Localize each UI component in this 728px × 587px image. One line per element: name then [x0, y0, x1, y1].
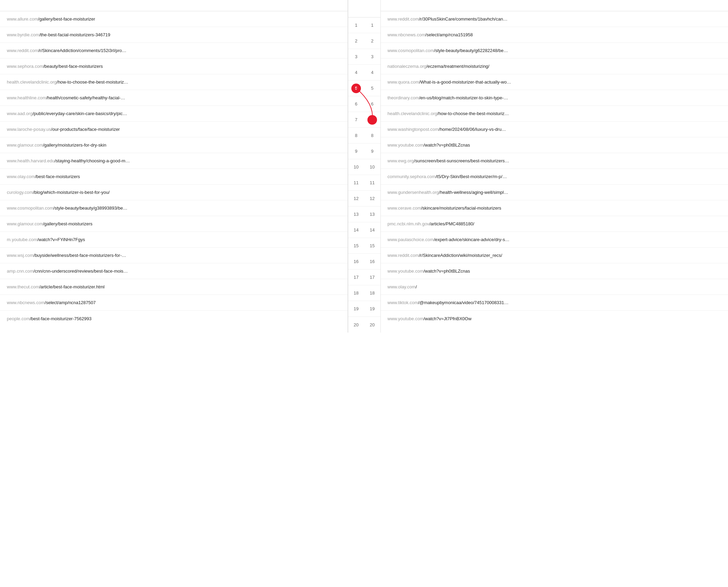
url-domain: pmc.ncbi.nlm.nih.gov: [388, 221, 429, 226]
url-cell: www.gundersenhealth.org/health-wellness/…: [381, 186, 728, 198]
url-domain: amp.cnn.com: [7, 268, 34, 274]
rank-pair: 88: [348, 128, 380, 143]
rank-pair: 1919: [348, 301, 380, 317]
list-item: www.reddit.com/r/SkincareAddiction/wiki/…: [381, 248, 728, 263]
url-path: /blog/which-moisturizer-is-best-for-you/: [33, 190, 110, 195]
url-path: /gallery/moisturizers-for-dry-skin: [43, 142, 106, 148]
url-cell: health.clevelandclinic.org/how-to-choose…: [381, 108, 728, 120]
url-cell: people.com/best-face-moisturizer-7562993: [0, 313, 348, 325]
rank-pair: 1010: [348, 159, 380, 175]
right-rank-number: 12: [364, 196, 380, 201]
url-cell: www.olay.com/best-face-moisturizers: [0, 171, 348, 183]
list-item: health.clevelandclinic.org/how-to-choose…: [381, 106, 728, 122]
url-cell: www.aad.org/public/everyday-care/skin-ca…: [0, 108, 348, 120]
url-cell: www.nbcnews.com/select/amp/rcna151958: [381, 29, 728, 41]
url-cell: www.allure.com/gallery/best-face-moistur…: [0, 13, 348, 25]
url-domain: curology.com: [7, 190, 33, 195]
url-cell: www.laroche-posay.us/our-products/face/f…: [0, 123, 348, 135]
url-path: /how-to-choose-the-best-moisturiz…: [437, 111, 509, 116]
url-cell: www.glamour.com/gallery/moisturizers-for…: [0, 139, 348, 151]
right-rows: www.reddit.com/r/30PlusSkinCare/comments…: [381, 11, 728, 326]
list-item: www.paulaschoice.com/expert-advice/skinc…: [381, 232, 728, 248]
rank-pair: 77: [348, 112, 380, 128]
url-domain: health.clevelandclinic.org: [7, 79, 57, 85]
right-rank-number: 18: [364, 290, 380, 296]
url-domain: community.sephora.com: [388, 174, 436, 179]
url-domain: www.reddit.com: [7, 48, 38, 53]
url-path: /article/best-face-moisturizer.html: [39, 284, 105, 289]
url-path: /cnn/cnn-underscored/reviews/best-face-m…: [34, 268, 128, 274]
rank-pair: 1616: [348, 254, 380, 270]
url-domain: www.laroche-posay.us: [7, 127, 51, 132]
url-domain: www.nbcnews.com: [388, 32, 426, 37]
list-item: curology.com/blog/which-moisturizer-is-b…: [0, 185, 348, 200]
left-rank-number: 1: [348, 23, 364, 28]
url-domain: www.cerave.com: [388, 205, 421, 211]
url-path: /best-face-moisturizer-7562993: [30, 316, 91, 321]
url-domain: www.aad.org: [7, 111, 33, 116]
right-rank-number: 13: [364, 212, 380, 217]
left-rank-number: 19: [348, 306, 364, 311]
url-path: /en-us/blog/match-moisturizer-to-skin-ty…: [419, 95, 508, 100]
url-path: /how-to-choose-the-best-moisturiz…: [57, 79, 128, 85]
list-item: www.youtube.com/watch?v=ph0tBLZcnas: [381, 137, 728, 153]
url-path: /sunscreen/best-sunscreens/best-moisturi…: [414, 158, 509, 163]
url-path: /eczema/treatment/moisturizing/: [426, 64, 489, 69]
url-path: /select/amp/rcna151958: [425, 32, 473, 37]
url-cell: community.sephora.com/t5/Dry-Skin/Best-m…: [381, 171, 728, 183]
rank-pairs: 1122334455667788991010111112121313141415…: [348, 17, 380, 333]
url-path: /style-beauty/beauty/g38993893/be…: [53, 205, 127, 211]
url-path: /our-products/face/face-moisturizer: [51, 127, 120, 132]
url-path: /r/30PlusSkinCare/comments/1bavhch/can…: [419, 16, 507, 22]
url-cell: www.reddit.com/r/30PlusSkinCare/comments…: [381, 13, 728, 25]
url-path: /gallery/best-moisturizers: [43, 221, 92, 226]
left-rank-number: 10: [348, 164, 364, 170]
rank-pair: 99: [348, 143, 380, 159]
url-cell: curology.com/blog/which-moisturizer-is-b…: [0, 186, 348, 198]
rank-pair: 55: [348, 80, 380, 96]
left-rank-number: 15: [348, 243, 364, 248]
url-domain: www.wsj.com: [7, 253, 34, 258]
list-item: www.quora.com/What-is-a-good-moisturizer…: [381, 74, 728, 90]
url-path: /home/2024/08/06/luxury-vs-dru…: [439, 127, 506, 132]
url-cell: m.youtube.com/watch?v=FYiNHn7Fgys: [0, 234, 348, 246]
list-item: people.com/best-face-moisturizer-7562993: [0, 311, 348, 326]
url-domain: www.olay.com: [7, 174, 35, 179]
url-path: /select/amp/ncna1287507: [45, 300, 96, 305]
left-rank-number: 7: [348, 117, 364, 122]
left-rank-number: 18: [348, 290, 364, 296]
rank-pair: 22: [348, 33, 380, 49]
url-cell: www.quora.com/What-is-a-good-moisturizer…: [381, 76, 728, 88]
url-domain: www.olay.com: [388, 284, 416, 289]
url-path: /t5/Dry-Skin/Best-moisturizer/m-p/…: [436, 174, 507, 179]
url-domain: people.com: [7, 316, 30, 321]
right-rank-number: 4: [364, 70, 380, 75]
list-item: www.byrdie.com/the-best-facial-moisturiz…: [0, 27, 348, 43]
right-rank-number: 20: [364, 322, 380, 327]
right-rank-number: 6: [364, 101, 380, 107]
rank-pair: 33: [348, 49, 380, 65]
list-item: www.glamour.com/gallery/moisturizers-for…: [0, 137, 348, 153]
url-cell: pmc.ncbi.nlm.nih.gov/articles/PMC4885180…: [381, 218, 728, 230]
url-path: /: [416, 284, 417, 289]
ranks-header-spacer: [348, 0, 380, 17]
url-path: /staying-healthy/choosing-a-good-m…: [54, 158, 130, 163]
list-item: www.aad.org/public/everyday-care/skin-ca…: [0, 106, 348, 122]
right-rank-number: 19: [364, 306, 380, 311]
rank-pair: 11: [348, 17, 380, 33]
url-cell: www.paulaschoice.com/expert-advice/skinc…: [381, 234, 728, 246]
right-rank-number: 7: [364, 115, 380, 125]
url-cell: www.health.harvard.edu/staying-healthy/c…: [0, 155, 348, 167]
list-item: www.nbcnews.com/select/amp/ncna1287507: [0, 295, 348, 311]
list-item: www.youtube.com/watch?v=Jt7PfnBX0Ow: [381, 311, 728, 326]
rank-pair: 2020: [348, 317, 380, 333]
rank-pair: 1313: [348, 207, 380, 222]
url-path: /gallery/best-face-moisturizer: [38, 16, 95, 22]
url-domain: www.youtube.com: [388, 142, 424, 148]
right-rank-number: 3: [364, 54, 380, 59]
left-panel: www.allure.com/gallery/best-face-moistur…: [0, 0, 348, 333]
url-cell: www.cerave.com/skincare/moisturizers/fac…: [381, 202, 728, 214]
url-cell: health.clevelandclinic.org/how-to-choose…: [0, 76, 348, 88]
list-item: www.gundersenhealth.org/health-wellness/…: [381, 185, 728, 200]
rank-pair: 66: [348, 96, 380, 112]
